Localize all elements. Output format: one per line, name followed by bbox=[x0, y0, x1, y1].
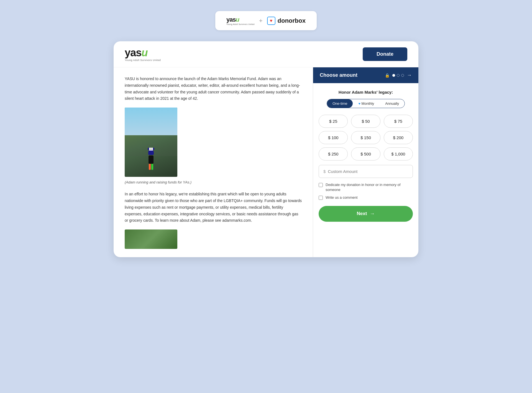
article-panel: YASU is honored to announce the launch o… bbox=[114, 67, 313, 257]
heart-icon: ♥ bbox=[358, 102, 360, 106]
donorbox-icon: ♥ bbox=[267, 17, 275, 25]
next-arrow-icon: → bbox=[370, 211, 375, 217]
amount-100[interactable]: $ 100 bbox=[319, 131, 348, 144]
amount-25[interactable]: $ 25 bbox=[319, 115, 348, 128]
step-dot-2 bbox=[397, 74, 400, 77]
step-dot-3 bbox=[401, 74, 404, 77]
yasu-logo-text: yasu bbox=[226, 16, 239, 23]
yasu-logo-top: yasu Young Adult Survivors United bbox=[226, 16, 255, 25]
amount-1000[interactable]: $ 1,000 bbox=[384, 147, 413, 160]
yasu-main-logo-text: yasu bbox=[125, 47, 148, 59]
tab-monthly-label: Monthly bbox=[362, 101, 374, 106]
honor-title: Honor Adam Marks' legacy: bbox=[319, 90, 413, 95]
tab-one-time[interactable]: One-time bbox=[327, 99, 353, 108]
amount-75[interactable]: $ 75 bbox=[384, 115, 413, 128]
checkbox-group: Dedicate my donation in honor or in memo… bbox=[319, 182, 413, 200]
main-card: yasu Young Adult Survivors United Donate… bbox=[114, 41, 418, 257]
card-header: yasu Young Adult Survivors United Donate bbox=[114, 41, 418, 67]
donorbox-logo: ♥ donorbox bbox=[267, 17, 306, 25]
step-dots bbox=[392, 74, 404, 77]
custom-amount-wrapper: $ bbox=[319, 165, 413, 178]
next-button[interactable]: Next → bbox=[319, 206, 413, 222]
article-text-1: YASU is honored to announce the launch o… bbox=[125, 76, 302, 102]
frequency-tabs: One-time ♥ Monthly Annually bbox=[327, 99, 405, 108]
card-content: YASU is honored to announce the launch o… bbox=[114, 67, 418, 257]
choose-amount-title: Choose amount bbox=[320, 72, 357, 78]
donorbox-text: donorbox bbox=[278, 17, 306, 24]
donation-header: Choose amount 🔒 → bbox=[313, 67, 418, 83]
amount-150[interactable]: $ 150 bbox=[351, 131, 380, 144]
donate-button[interactable]: Donate bbox=[363, 47, 407, 61]
custom-amount-input[interactable] bbox=[328, 169, 408, 174]
yasu-main-subtitle: Young Adult Survivors United bbox=[125, 59, 161, 62]
amount-200[interactable]: $ 200 bbox=[384, 131, 413, 144]
dollar-sign: $ bbox=[323, 169, 326, 174]
plus-separator: + bbox=[259, 17, 263, 24]
checkbox-dedicate: Dedicate my donation in honor or in memo… bbox=[319, 182, 413, 192]
tab-monthly[interactable]: ♥ Monthly bbox=[353, 99, 380, 108]
dedicate-label: Dedicate my donation in honor or in memo… bbox=[326, 182, 413, 192]
next-step-arrow[interactable]: → bbox=[407, 72, 412, 78]
article-text-2: In an effort to honor his legacy, we're … bbox=[125, 191, 302, 224]
next-button-label: Next bbox=[357, 211, 367, 216]
amount-250[interactable]: $ 250 bbox=[319, 147, 348, 160]
step-dot-1 bbox=[392, 74, 395, 77]
checkbox-comment: Write us a comment bbox=[319, 195, 413, 200]
lock-icon: 🔒 bbox=[385, 73, 390, 78]
comment-checkbox[interactable] bbox=[319, 196, 323, 200]
dedicate-checkbox[interactable] bbox=[319, 183, 323, 187]
article-image-bottom bbox=[125, 229, 177, 249]
amount-50[interactable]: $ 50 bbox=[351, 115, 380, 128]
donation-body: Honor Adam Marks' legacy: One-time ♥ Mon… bbox=[313, 83, 418, 257]
top-logo-bar: yasu Young Adult Survivors United + ♥ do… bbox=[215, 11, 317, 30]
yasu-subtitle-top: Young Adult Survivors United bbox=[226, 23, 255, 25]
yasu-logo-main: yasu Young Adult Survivors United bbox=[125, 47, 161, 62]
amount-grid: $ 25 $ 50 $ 75 $ 100 $ 150 $ 200 $ 250 $… bbox=[319, 115, 413, 160]
article-image-caption: (Adam running and raising funds for YAs.… bbox=[125, 180, 302, 184]
tab-annually[interactable]: Annually bbox=[380, 99, 405, 108]
amount-500[interactable]: $ 500 bbox=[351, 147, 380, 160]
donation-panel: Choose amount 🔒 → Honor Adam Marks' lega… bbox=[313, 67, 418, 257]
donation-header-icons: 🔒 → bbox=[385, 72, 412, 78]
comment-label: Write us a comment bbox=[326, 195, 357, 200]
article-photo: 6032 bbox=[125, 108, 177, 177]
